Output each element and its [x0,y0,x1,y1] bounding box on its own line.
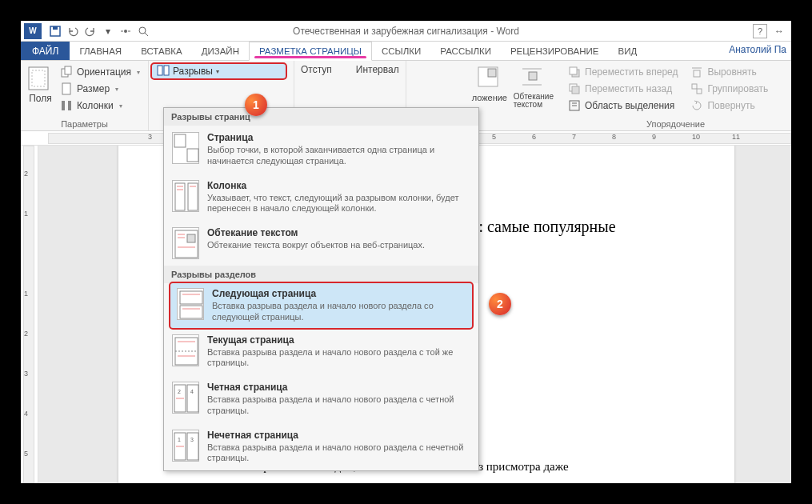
selection-pane-icon [568,99,581,112]
svg-text:3: 3 [190,437,194,442]
app-icon: W [24,23,42,39]
dropdown-item-even-page[interactable]: 24 Четная страницаВставка разрыва раздел… [164,375,478,423]
tab-file[interactable]: ФАЙЛ [21,42,70,60]
margins-icon [27,66,53,91]
text-wrap-break-icon [172,227,199,259]
callout-1: 1 [245,94,267,116]
ribbon-tabs: ФАЙЛ ГЛАВНАЯ ВСТАВКА ДИЗАЙН РАЗМЕТКА СТР… [21,42,791,61]
rotate-button[interactable]: Повернуть [689,98,770,114]
columns-button[interactable]: Колонки▾ [58,98,142,114]
tab-active-underline [254,56,366,58]
svg-rect-12 [62,101,65,110]
svg-point-2 [124,30,127,33]
dropdown-item-text-wrapping[interactable]: Обтекание текстомОбтекание текста вокруг… [164,221,478,266]
svg-rect-13 [68,101,71,110]
orientation-button[interactable]: Ориентация▾ [58,64,142,80]
align-icon [690,66,703,78]
quick-access-toolbar: W ▾ Отечественная и зарубежная сигнализа… [21,21,791,42]
touch-mode-icon[interactable] [118,23,134,39]
svg-text:2: 2 [178,389,181,394]
svg-rect-22 [570,67,577,74]
align-button[interactable]: Выровнять [689,64,770,80]
page-break-icon [172,132,199,164]
group-arrange: Переместить вперед Переместить назад Обл… [560,61,791,130]
margins-button[interactable]: Поля [27,62,54,114]
position-icon [477,66,502,91]
tab-view[interactable]: ВИД [609,42,647,60]
odd-page-section-icon: 13 [172,430,199,462]
tab-insert[interactable]: ВСТАВКА [131,42,192,60]
rotate-icon [690,99,703,112]
group-page-setup-label: Параметры [21,119,148,129]
breaks-icon [157,65,170,78]
group-page-setup: Поля Ориентация▾ Размер▾ Колонки▾ Параме… [21,61,149,130]
svg-rect-11 [62,83,70,94]
svg-text:4: 4 [190,389,194,394]
svg-line-6 [145,33,148,36]
orientation-icon [60,66,73,78]
svg-point-5 [139,27,146,34]
tab-references[interactable]: ССЫЛКИ [372,42,430,60]
svg-rect-31 [697,89,702,94]
group-icon [690,82,703,95]
user-name[interactable]: Анатолий Па [729,44,786,55]
position-button[interactable]: ложение [470,62,509,109]
wrap-text-icon [521,66,546,91]
group-button[interactable]: Группировать [689,81,770,97]
svg-rect-32 [174,134,186,147]
indent-label: Отступ [301,64,332,75]
svg-rect-24 [572,86,579,94]
svg-rect-17 [488,69,496,77]
redo-icon[interactable] [82,23,98,39]
dropdown-item-odd-page[interactable]: 13 Нечетная страницаВставка разрыва разд… [164,423,478,471]
tab-page-layout-label: РАЗМЕТКА СТРАНИЦЫ [259,46,362,56]
window-title: Отечественная и зарубежная сигнализация … [293,26,519,37]
svg-rect-44 [180,291,202,304]
ribbon-collapse-icon[interactable]: ↔ [772,24,786,38]
dropdown-item-column[interactable]: КолонкаУказывает, что текст, следующий з… [164,174,478,222]
even-page-section-icon: 24 [172,382,199,414]
svg-text:1: 1 [178,437,181,442]
size-icon [60,82,73,95]
margins-label: Поля [29,93,52,104]
dropdown-item-continuous[interactable]: Текущая страницаВставка разрыва раздела … [164,328,478,376]
dropdown-item-next-page[interactable]: Следующая страницаВставка разрыва раздел… [169,282,474,330]
tab-design[interactable]: ДИЗАЙН [192,42,249,60]
svg-rect-18 [529,72,537,80]
svg-rect-35 [188,183,198,210]
print-preview-icon[interactable] [135,23,151,39]
tab-page-layout[interactable]: РАЗМЕТКА СТРАНИЦЫ [249,42,372,61]
save-icon[interactable] [47,23,63,39]
dropdown-item-page[interactable]: СтраницаВыбор точки, в которой заканчива… [164,126,478,174]
selection-pane-button[interactable]: Область выделения [566,98,679,114]
continuous-section-icon [172,334,199,366]
undo-icon[interactable] [65,23,81,39]
send-backward-icon [568,82,581,95]
spacing-label: Интервал [356,64,399,75]
size-button[interactable]: Размер▾ [58,81,142,97]
svg-rect-1 [53,26,58,30]
columns-icon [60,99,73,112]
group-arrange-label: Упорядочение [560,119,791,129]
tab-review[interactable]: РЕЦЕНЗИРОВАНИЕ [501,42,609,60]
column-break-icon [172,180,199,212]
next-page-section-icon [177,288,204,320]
breaks-button[interactable]: Разрывы ▾ [150,62,287,80]
send-backward-button[interactable]: Переместить назад [566,81,679,97]
qat-customize-icon[interactable]: ▾ [100,23,116,39]
svg-rect-15 [164,66,169,75]
dropdown-header-page-breaks: Разрывы страниц [164,108,478,126]
help-icon[interactable]: ? [753,24,767,38]
svg-rect-29 [694,70,700,77]
bring-forward-icon [568,66,581,78]
callout-2: 2 [489,293,511,315]
svg-rect-10 [65,66,71,74]
bring-forward-button[interactable]: Переместить вперед [566,64,679,80]
wrap-text-button[interactable]: Обтекание текстом [514,62,554,109]
svg-rect-34 [175,183,185,210]
svg-rect-40 [187,234,195,242]
tab-mailings[interactable]: РАССЫЛКИ [430,42,501,60]
vertical-ruler[interactable]: 2 1 1 2 3 4 5 [21,146,38,483]
svg-rect-30 [692,84,697,89]
tab-home[interactable]: ГЛАВНАЯ [70,42,131,60]
